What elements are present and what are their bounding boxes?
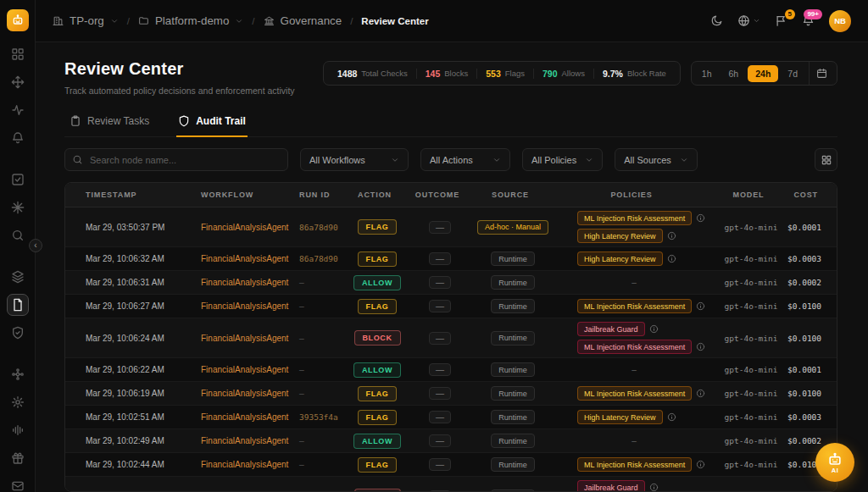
cell-workflow[interactable]: FinancialAnalysisAgent <box>181 365 279 374</box>
info-icon[interactable] <box>696 342 705 351</box>
tab-review-tasks[interactable]: Review Tasks <box>68 108 151 136</box>
cell-workflow[interactable]: FinancialAnalysisAgent <box>181 436 279 445</box>
cell-workflow[interactable]: FinancialAnalysisAgent <box>181 389 279 398</box>
no-policies: – <box>632 365 637 374</box>
tab-label: Review Tasks <box>87 115 149 127</box>
cell-workflow[interactable]: FinancialAnalysisAgent <box>181 301 279 311</box>
sidebar-collapse-button[interactable]: ‹ <box>29 239 42 252</box>
source-badge: Runtime <box>491 410 535 424</box>
sidebar-item-layers[interactable] <box>7 266 29 288</box>
table-row[interactable]: Mar 29, 10:06:22 AM FinancialAnalysisAge… <box>65 358 837 382</box>
grid-icon <box>821 154 832 166</box>
info-icon[interactable] <box>696 460 705 469</box>
policy-badge: High Latency Review <box>577 410 676 424</box>
table-row[interactable]: Mar 29, 10:06:27 AM FinancialAnalysisAge… <box>65 295 837 318</box>
tab-audit-trail[interactable]: Audit Trail <box>176 108 248 136</box>
info-icon[interactable] <box>649 324 659 334</box>
cell-model: gpt-4o-mini <box>715 436 787 445</box>
table-row[interactable]: Mar 29, 10:06:19 AM FinancialAnalysisAge… <box>65 382 837 406</box>
layout-grid-button[interactable] <box>815 148 837 171</box>
info-icon[interactable] <box>667 412 676 422</box>
language-button[interactable] <box>737 14 760 27</box>
cell-policies: ML Injection Risk Assessment <box>554 299 715 313</box>
filter-all-actions[interactable]: All Actions <box>420 148 510 171</box>
search-icon <box>11 229 25 242</box>
search-input[interactable] <box>64 148 288 171</box>
sidebar-item-hub[interactable] <box>7 363 29 385</box>
calendar-button[interactable] <box>809 62 834 85</box>
source-badge: Runtime <box>491 386 535 401</box>
table-row[interactable]: Mar 29, 03:50:37 PM FinancialAnalysisAge… <box>65 207 837 247</box>
chevron-down-icon[interactable] <box>110 17 119 25</box>
outcome-badge: — <box>429 411 451 423</box>
sidebar-item-shield-check[interactable] <box>7 322 29 344</box>
sidebar-item-waveform[interactable] <box>7 419 29 441</box>
sidebar-item-bell[interactable] <box>7 127 29 149</box>
sidebar-item-gift[interactable] <box>7 447 29 469</box>
cell-action: BLOCK <box>347 489 408 491</box>
breadcrumb-org[interactable]: TP-org <box>70 14 104 27</box>
cell-workflow[interactable]: FinancialAnalysisAgent <box>181 412 279 422</box>
table-row[interactable]: Mar 29, 10:06:32 AM FinancialAnalysisAge… <box>65 247 837 271</box>
cell-outcome: — <box>408 332 472 345</box>
table-row[interactable]: Mar 29, 10:02:44 AM FinancialAnalysisAge… <box>65 453 837 477</box>
cell-action: FLAG <box>347 252 408 267</box>
info-icon[interactable] <box>696 301 705 311</box>
app-logo[interactable] <box>7 9 29 31</box>
info-icon[interactable] <box>649 483 659 491</box>
table-row[interactable]: Mar 29, 10:06:31 AM FinancialAnalysisAge… <box>65 271 837 295</box>
sidebar-item-search[interactable] <box>7 224 29 246</box>
policy-badge: Jailbreak Guard <box>577 480 659 491</box>
table-row[interactable]: Mar 29, 10:02:42 AM FinancialAnalysisAge… <box>65 477 837 491</box>
moon-icon <box>710 14 723 27</box>
cell-run-id: – <box>279 365 347 374</box>
sidebar-item-sparkle[interactable] <box>7 196 29 218</box>
cell-source: Runtime <box>472 489 554 492</box>
sidebar-item-check-square[interactable] <box>7 169 29 191</box>
table-row[interactable]: Mar 29, 10:06:24 AM FinancialAnalysisAge… <box>65 318 837 358</box>
cell-source: Runtime <box>472 252 554 266</box>
sidebar-item-mail[interactable] <box>7 475 29 492</box>
cell-workflow[interactable]: FinancialAnalysisAgent <box>181 223 279 232</box>
time-range-7d[interactable]: 7d <box>780 65 805 82</box>
flags-button[interactable]: 5 <box>775 14 787 27</box>
sidebar-item-move[interactable] <box>7 71 29 93</box>
sidebar-item-panels[interactable] <box>7 43 29 65</box>
clipboard-icon <box>70 115 81 127</box>
user-avatar[interactable]: NB <box>829 10 851 32</box>
cell-policies: – <box>554 436 715 445</box>
breadcrumb-section[interactable]: Governance <box>281 14 342 27</box>
cell-cost: $0.0001 <box>787 365 837 374</box>
policy-list: Jailbreak GuardML Injection Risk Assessm… <box>577 322 705 354</box>
time-range-1h[interactable]: 1h <box>694 65 720 82</box>
table-row[interactable]: Mar 29, 10:02:49 AM FinancialAnalysisAge… <box>65 429 837 453</box>
info-icon[interactable] <box>696 389 705 398</box>
stat-label: Block Rate <box>627 69 666 78</box>
time-range-24h[interactable]: 24h <box>748 65 778 82</box>
sidebar-item-file[interactable] <box>7 294 29 316</box>
cell-workflow[interactable]: FinancialAnalysisAgent <box>181 460 279 469</box>
cell-workflow[interactable]: FinancialAnalysisAgent <box>181 278 279 287</box>
info-icon[interactable] <box>667 231 676 240</box>
chevron-down-icon <box>585 156 593 164</box>
stat-blocks: 145Blocks <box>416 69 477 79</box>
breadcrumb-project[interactable]: Platform-demo <box>155 14 229 27</box>
time-range-6h[interactable]: 6h <box>721 65 747 82</box>
notifications-button[interactable]: 99+ <box>802 14 815 27</box>
action-badge: FLAG <box>358 386 398 401</box>
cell-workflow[interactable]: FinancialAnalysisAgent <box>181 334 279 343</box>
theme-toggle-button[interactable] <box>710 14 723 27</box>
table-row[interactable]: Mar 29, 10:02:51 AM FinancialAnalysisAge… <box>65 406 837 429</box>
policy-name: ML Injection Risk Assessment <box>577 299 692 313</box>
filter-all-workflows[interactable]: All Workflows <box>300 148 409 171</box>
sidebar-item-activity[interactable] <box>7 99 29 121</box>
ai-assistant-button[interactable]: AI <box>815 443 854 482</box>
sidebar-item-gear[interactable] <box>7 391 29 413</box>
info-icon[interactable] <box>696 213 705 223</box>
chevron-down-icon[interactable] <box>235 17 243 25</box>
info-icon[interactable] <box>667 254 676 263</box>
page-title: Review Center <box>64 59 313 79</box>
filter-all-sources[interactable]: All Sources <box>615 148 698 171</box>
cell-workflow[interactable]: FinancialAnalysisAgent <box>181 254 279 263</box>
filter-all-policies[interactable]: All Policies <box>522 148 603 171</box>
